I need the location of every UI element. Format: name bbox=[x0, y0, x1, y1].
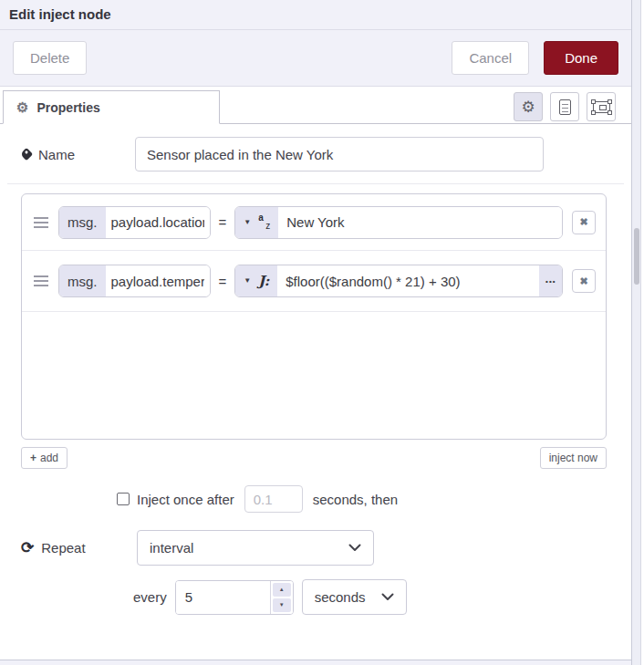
close-icon: ✖ bbox=[579, 216, 587, 228]
tab-bar: ⚙ Properties ⚙ bbox=[0, 90, 631, 124]
repeat-icon: ⟳ bbox=[21, 540, 34, 556]
every-label: every bbox=[133, 589, 167, 605]
msg-property-input: msg. bbox=[58, 206, 211, 239]
chevron-down-icon bbox=[348, 544, 361, 552]
property-row-temperature: msg. = ▼ J: ••• ✖ bbox=[22, 251, 606, 312]
add-button[interactable]: + add bbox=[21, 447, 68, 469]
tab-properties-label: Properties bbox=[36, 100, 99, 115]
interval-row: every ▲ ▼ seconds bbox=[133, 579, 631, 615]
value-input[interactable] bbox=[278, 207, 562, 238]
arrow-down-icon: ▼ bbox=[279, 602, 285, 608]
inject-now-button[interactable]: inject now bbox=[540, 447, 607, 469]
msg-prefix[interactable]: msg. bbox=[59, 265, 106, 296]
scrollbar-gutter bbox=[631, 0, 644, 665]
inject-once-checkbox[interactable] bbox=[117, 493, 130, 505]
inject-once-row: Inject once after seconds, then bbox=[117, 485, 631, 513]
once-suffix-label: seconds, then bbox=[313, 492, 398, 507]
list-actions: + add inject now bbox=[21, 447, 607, 469]
edit-inject-node-dialog: Edit inject node Delete Cancel Done ⚙ Pr… bbox=[0, 0, 631, 665]
cancel-button[interactable]: Cancel bbox=[452, 41, 529, 75]
name-input[interactable] bbox=[135, 137, 544, 171]
msg-property-input: msg. bbox=[58, 265, 211, 297]
name-label: Name bbox=[22, 147, 135, 162]
caret-down-icon: ▼ bbox=[244, 277, 251, 285]
repeat-select[interactable]: interval bbox=[137, 530, 374, 566]
panel-bottom-edge bbox=[0, 660, 631, 665]
repeat-select-value: interval bbox=[150, 540, 193, 556]
description-icon-button[interactable] bbox=[550, 92, 579, 121]
typed-value-input: ▼ az bbox=[234, 206, 563, 239]
delete-button[interactable]: Delete bbox=[13, 41, 87, 75]
inject-once-label: Inject once after bbox=[137, 492, 234, 507]
tag-icon bbox=[20, 148, 33, 161]
section-divider bbox=[7, 183, 624, 184]
ellipsis-icon: ••• bbox=[545, 277, 556, 286]
expression-type-icon: J: bbox=[258, 273, 269, 289]
properties-icon-button[interactable]: ⚙ bbox=[514, 92, 543, 121]
repeat-row: ⟳ Repeat interval bbox=[21, 530, 631, 566]
interval-units-select[interactable]: seconds bbox=[302, 579, 407, 615]
typed-value-input: ▼ J: ••• bbox=[234, 265, 563, 297]
tab-properties[interactable]: ⚙ Properties bbox=[3, 90, 220, 124]
type-select-button[interactable]: ▼ az bbox=[235, 207, 278, 238]
type-select-button[interactable]: ▼ J: bbox=[235, 265, 277, 296]
name-row: Name bbox=[22, 137, 609, 171]
value-input[interactable] bbox=[277, 265, 539, 296]
property-row-location: msg. = ▼ az ✖ bbox=[22, 194, 606, 251]
property-key-input[interactable] bbox=[106, 265, 210, 296]
once-delay-input[interactable] bbox=[244, 485, 303, 513]
gear-icon: ⚙ bbox=[521, 99, 535, 115]
plus-icon: + bbox=[30, 452, 36, 464]
spinner-down-button[interactable]: ▼ bbox=[273, 598, 291, 612]
property-key-input[interactable] bbox=[106, 207, 210, 238]
open-expression-editor-button[interactable]: ••• bbox=[539, 265, 562, 296]
drag-handle-icon[interactable] bbox=[34, 214, 48, 231]
drag-handle-icon[interactable] bbox=[34, 273, 48, 289]
tab-icon-buttons: ⚙ bbox=[514, 92, 616, 121]
units-select-value: seconds bbox=[315, 589, 366, 605]
dialog-title: Edit inject node bbox=[0, 0, 631, 30]
string-type-icon: az bbox=[258, 214, 270, 230]
equals-sign: = bbox=[219, 214, 227, 230]
msg-prefix[interactable]: msg. bbox=[59, 207, 106, 238]
document-icon bbox=[559, 99, 571, 115]
spinner-arrows: ▲ ▼ bbox=[270, 581, 293, 614]
arrow-up-icon: ▲ bbox=[279, 587, 285, 592]
dialog-content: ⚙ Properties ⚙ Name bbox=[0, 87, 631, 615]
properties-list: msg. = ▼ az ✖ bbox=[21, 193, 607, 440]
interval-value-input[interactable] bbox=[176, 581, 270, 614]
done-button[interactable]: Done bbox=[544, 41, 618, 75]
gear-icon: ⚙ bbox=[16, 100, 28, 114]
scrollbar-track[interactable] bbox=[632, 0, 641, 665]
remove-row-button[interactable]: ✖ bbox=[572, 269, 596, 293]
caret-down-icon: ▼ bbox=[244, 219, 251, 226]
remove-row-button[interactable]: ✖ bbox=[572, 211, 596, 234]
scrollbar-thumb[interactable] bbox=[634, 228, 639, 285]
appearance-icon-button[interactable] bbox=[587, 92, 616, 121]
dialog-toolbar: Delete Cancel Done bbox=[0, 30, 631, 87]
appearance-icon bbox=[593, 101, 610, 113]
equals-sign: = bbox=[219, 274, 227, 289]
close-icon: ✖ bbox=[579, 275, 587, 287]
interval-spinner: ▲ ▼ bbox=[175, 580, 294, 615]
spinner-up-button[interactable]: ▲ bbox=[273, 583, 291, 597]
chevron-down-icon bbox=[381, 593, 394, 601]
repeat-label: ⟳ Repeat bbox=[21, 540, 137, 556]
